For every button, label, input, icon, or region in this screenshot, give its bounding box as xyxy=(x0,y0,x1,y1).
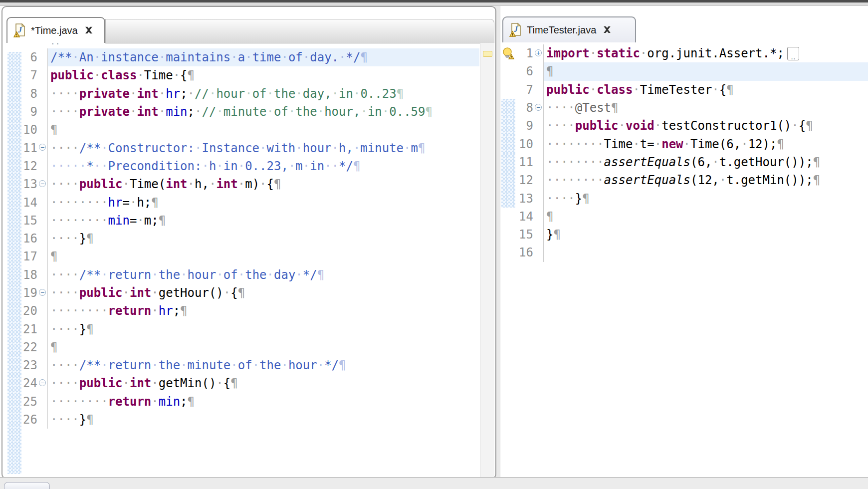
fold-column xyxy=(534,171,543,189)
fold-column xyxy=(38,338,47,356)
fold-column xyxy=(38,193,47,211)
code-text[interactable]: ········min=·m;¶ xyxy=(47,212,479,230)
annotation-ruler-cell xyxy=(501,135,515,153)
annotation-ruler-cell xyxy=(7,230,21,247)
code-text[interactable]: ····public·Time(int·h,·int·m)·{¶ xyxy=(47,175,479,193)
code-text[interactable]: ····/**·return·the·minute·of·the·hour·*/… xyxy=(47,356,479,374)
right-editor-group: J TimeTester.java 1+import·static·org.ju… xyxy=(500,6,868,477)
fold-collapse-icon[interactable]: − xyxy=(39,289,46,296)
annotation-ruler-cell xyxy=(7,266,21,284)
code-line: 17¶ xyxy=(2,247,479,265)
line-number: 9 xyxy=(515,119,534,133)
line-number: 16 xyxy=(515,245,534,259)
svg-text:J: J xyxy=(513,25,518,33)
code-text[interactable]: ·····*··Precondition:·h·in·0..23,·m·in··… xyxy=(47,157,479,175)
right-code-area[interactable]: 1+import·static·org.junit.Assert.*;‥6¶7p… xyxy=(500,42,868,477)
fold-column: − xyxy=(38,374,47,392)
code-text[interactable]: ····}¶ xyxy=(47,320,479,338)
left-editor-group: J *Time.java ·· 6/**·An·instance·maintai… xyxy=(1,6,496,479)
fold-collapse-icon[interactable]: − xyxy=(39,180,46,187)
code-text[interactable]: ¶ xyxy=(47,247,479,265)
code-text[interactable]: ····@Test¶ xyxy=(543,99,868,117)
code-text[interactable]: ········assertEquals(6,·t.getHour());¶ xyxy=(543,153,868,171)
code-text[interactable]: ····public·int·getHour()·{¶ xyxy=(47,284,479,302)
code-text[interactable]: ····private·int·min;·//·minute·of·the·ho… xyxy=(47,103,479,121)
code-text[interactable]: ········return·hr;¶ xyxy=(47,302,479,320)
code-text[interactable]: ····public·int·getMin()·{¶ xyxy=(47,374,479,392)
fold-column xyxy=(38,302,47,320)
code-text[interactable] xyxy=(543,244,868,261)
code-line: 23····/**·return·the·minute·of·the·hour·… xyxy=(2,356,479,374)
code-text[interactable]: ····private·int·hr;·//·hour·of·the·day,·… xyxy=(47,85,479,103)
fold-column xyxy=(534,189,543,207)
fold-column xyxy=(534,117,543,135)
code-text[interactable]: ¶ xyxy=(543,208,868,226)
code-line: 12········assertEquals(12,·t.getMin());¶ xyxy=(500,171,868,189)
code-text[interactable]: ····}¶ xyxy=(543,189,868,207)
line-number: 21 xyxy=(21,322,38,336)
code-text[interactable]: ····}¶ xyxy=(47,230,479,247)
code-text[interactable]: ····/**·return·the·hour·of·the·day·*/¶ xyxy=(47,266,479,284)
code-text[interactable]: }¶ xyxy=(543,226,868,244)
fold-column xyxy=(534,244,543,261)
code-line: 18····/**·return·the·hour·of·the·day·*/¶ xyxy=(2,266,479,284)
code-text[interactable]: ····/**·Constructor:·Instance·with·hour·… xyxy=(47,139,479,157)
tab-close-icon[interactable] xyxy=(602,24,613,35)
code-line: 16 xyxy=(500,244,868,261)
code-text[interactable]: ¶ xyxy=(543,62,868,80)
fold-column: + xyxy=(534,44,543,62)
fold-column xyxy=(38,320,47,338)
java-file-warning-icon: J xyxy=(509,22,522,37)
code-line: 12·····*··Precondition:·h·in·0..23,·m·in… xyxy=(2,157,479,175)
fold-column: − xyxy=(38,175,47,193)
code-line: 11−····/**·Constructor:·Instance·with·ho… xyxy=(2,139,479,157)
left-code-area[interactable]: ·· 6/**·An·instance·maintains·a·time·of·… xyxy=(2,43,495,478)
lower-view-tab-partial[interactable] xyxy=(4,482,50,489)
annotation-ruler-cell xyxy=(501,62,515,80)
overview-ruler[interactable] xyxy=(480,43,494,477)
code-line: 14········hr=·h;¶ xyxy=(2,193,479,211)
code-text[interactable]: ········hr=·h;¶ xyxy=(47,193,479,211)
fold-collapse-icon[interactable]: − xyxy=(535,104,542,111)
code-text[interactable]: ········return·min;¶ xyxy=(47,393,479,411)
code-text[interactable]: ········assertEquals(12,·t.getMin());¶ xyxy=(543,171,868,189)
annotation-ruler-cell xyxy=(501,226,515,244)
fold-column xyxy=(534,81,543,99)
tab-close-icon[interactable] xyxy=(83,25,94,36)
line-number: 11 xyxy=(21,141,38,155)
annotation-ruler-cell[interactable] xyxy=(501,44,515,62)
fold-collapse-icon[interactable]: − xyxy=(39,144,46,151)
code-text[interactable]: ····public·void·testConstructor1()·{¶ xyxy=(543,117,868,135)
fold-column xyxy=(534,226,543,244)
code-line: 1+import·static·org.junit.Assert.*;‥ xyxy=(500,44,868,62)
code-text[interactable]: ········Time·t=·new·Time(6,·12);¶ xyxy=(543,135,868,153)
code-text[interactable]: public·class·Time·{¶ xyxy=(47,66,479,84)
folded-region-indicator[interactable]: ‥ xyxy=(787,47,799,60)
code-line: 11········assertEquals(6,·t.getHour());¶ xyxy=(500,153,868,171)
code-text[interactable]: import·static·org.junit.Assert.*;‥ xyxy=(543,44,868,62)
code-text[interactable]: ····}¶ xyxy=(47,411,479,429)
line-number: 15 xyxy=(515,228,534,242)
line-number: 24 xyxy=(21,376,38,390)
code-text[interactable]: ¶ xyxy=(47,121,479,139)
code-text[interactable]: /**·An·instance·maintains·a·time·of·day.… xyxy=(47,48,479,66)
tab-timetester-java[interactable]: J TimeTester.java xyxy=(502,16,636,42)
code-line: 15}¶ xyxy=(500,226,868,244)
tab-time-java[interactable]: J *Time.java xyxy=(6,17,105,43)
line-number: 1 xyxy=(515,46,534,60)
code-text[interactable]: ¶ xyxy=(47,338,479,356)
fold-expand-icon[interactable]: + xyxy=(535,49,542,56)
annotation-ruler-cell xyxy=(501,81,515,99)
code-line: 10¶ xyxy=(2,121,479,139)
line-number: 7 xyxy=(515,83,534,97)
code-line: 20········return·hr;¶ xyxy=(2,302,479,320)
svg-text:J: J xyxy=(17,25,22,34)
fold-column xyxy=(38,266,47,284)
quickfix-lightbulb-warning-icon[interactable] xyxy=(502,47,515,60)
overview-ruler-warning-marker[interactable] xyxy=(483,51,492,57)
line-number: 14 xyxy=(21,196,38,210)
code-text[interactable]: public·class·TimeTester·{¶ xyxy=(543,81,868,99)
java-file-warning-icon: J xyxy=(13,23,26,38)
fold-collapse-icon[interactable]: − xyxy=(39,379,46,386)
annotation-ruler-cell xyxy=(501,171,515,189)
